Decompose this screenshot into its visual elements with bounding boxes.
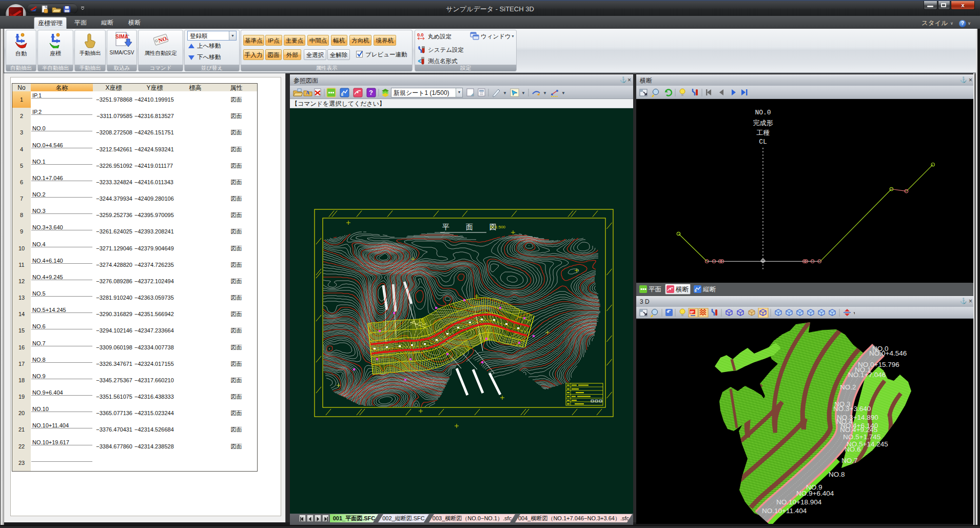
svg-text:SIMA: SIMA xyxy=(115,34,128,40)
svg-text:?: ? xyxy=(369,89,373,96)
svg-text:▼: ▼ xyxy=(503,91,507,95)
svg-text:▼: ▼ xyxy=(853,311,855,316)
svg-text:▼: ▼ xyxy=(543,91,547,95)
svg-text:▼: ▼ xyxy=(521,91,525,95)
svg-text:▼: ▼ xyxy=(561,91,565,95)
svg-text:IP: IP xyxy=(690,310,694,315)
svg-text:S=1:500: S=1:500 xyxy=(490,225,506,229)
svg-text:A: A xyxy=(306,90,310,95)
svg-text:0.0: 0.0 xyxy=(417,32,424,37)
